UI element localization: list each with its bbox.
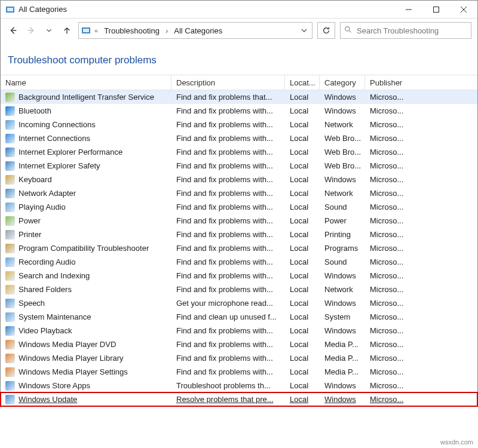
refresh-button[interactable] xyxy=(317,22,335,39)
column-header-description[interactable]: Description xyxy=(171,75,285,90)
close-button[interactable] xyxy=(450,1,477,19)
list-item[interactable]: Search and IndexingFind and fix problems… xyxy=(1,269,477,283)
list-item[interactable]: Shared FoldersFind and fix problems with… xyxy=(1,283,477,296)
item-icon xyxy=(5,189,15,198)
item-name-cell: System Maintenance xyxy=(1,310,171,324)
column-header-name[interactable]: Name xyxy=(1,75,171,90)
item-category: Sound xyxy=(320,200,365,214)
up-button[interactable] xyxy=(60,24,73,37)
item-name: Bluetooth xyxy=(19,106,51,115)
item-description: Find and fix problems with... xyxy=(171,283,285,296)
list-item[interactable]: PrinterFind and fix problems with...Loca… xyxy=(1,228,477,241)
item-description: Find and fix problems with... xyxy=(171,324,285,337)
item-name-cell: Shared Folders xyxy=(1,283,171,296)
item-location: Local xyxy=(285,392,320,406)
item-category: System xyxy=(320,310,365,324)
breadcrumb-current[interactable]: All Categories xyxy=(171,25,225,36)
address-bar[interactable]: « Troubleshooting › All Categories xyxy=(78,22,312,39)
search-input[interactable] xyxy=(356,26,467,36)
item-publisher: Microso... xyxy=(365,228,410,241)
item-category: Programs xyxy=(320,241,365,255)
maximize-button[interactable] xyxy=(422,1,450,19)
item-category: Web Bro... xyxy=(320,131,365,145)
item-category: Network xyxy=(320,118,365,131)
list-item[interactable]: SpeechGet your microphone read...LocalWi… xyxy=(1,296,477,310)
item-location: Local xyxy=(285,296,320,310)
item-description: Find and fix problems with... xyxy=(171,104,285,118)
column-header-publisher[interactable]: Publisher xyxy=(365,75,410,90)
search-box[interactable] xyxy=(340,22,471,39)
item-publisher: Microso... xyxy=(365,145,410,159)
item-description: Find and fix problems with... xyxy=(171,255,285,269)
column-header-category[interactable]: Category xyxy=(320,75,365,90)
back-button[interactable] xyxy=(7,24,20,37)
item-name-cell: Video Playback xyxy=(1,324,171,337)
item-location: Local xyxy=(285,159,320,173)
item-name: Speech xyxy=(19,299,45,308)
app-icon xyxy=(5,5,15,14)
forward-button[interactable] xyxy=(24,24,38,37)
item-publisher: Microso... xyxy=(365,351,410,365)
item-name: Internet Explorer Safety xyxy=(19,161,100,170)
list-item[interactable]: Network AdapterFind and fix problems wit… xyxy=(1,186,477,200)
list-item[interactable]: Background Intelligent Transfer ServiceF… xyxy=(1,90,477,104)
list-item[interactable]: Windows Store AppsTroubleshoot problems … xyxy=(1,379,477,392)
minimize-button[interactable] xyxy=(395,1,422,19)
list-item[interactable]: KeyboardFind and fix problems with...Loc… xyxy=(1,173,477,186)
item-category: Windows xyxy=(320,104,365,118)
item-icon xyxy=(5,106,15,116)
list-item[interactable]: Windows UpdateResolve problems that pre.… xyxy=(1,392,477,406)
item-icon xyxy=(5,216,15,226)
item-name-cell: Network Adapter xyxy=(1,186,171,200)
breadcrumb-overflow-icon[interactable]: « xyxy=(94,27,98,34)
item-category: Windows xyxy=(320,90,365,104)
column-header-location[interactable]: Locat... xyxy=(285,75,320,90)
item-icon xyxy=(5,134,15,143)
list-item[interactable]: Windows Media Player DVDFind and fix pro… xyxy=(1,337,477,351)
chevron-right-icon[interactable]: › xyxy=(166,26,168,35)
page-title: Troubleshoot computer problems xyxy=(1,42,477,75)
list-item[interactable]: Program Compatibility TroubleshooterFind… xyxy=(1,241,477,255)
item-icon xyxy=(5,161,15,171)
item-publisher: Microso... xyxy=(365,310,410,324)
list-item[interactable]: Video PlaybackFind and fix problems with… xyxy=(1,324,477,337)
item-publisher: Microso... xyxy=(365,90,410,104)
item-location: Local xyxy=(285,324,320,337)
breadcrumb-parent[interactable]: Troubleshooting xyxy=(102,25,162,36)
list-item[interactable]: Windows Media Player LibraryFind and fix… xyxy=(1,351,477,365)
item-publisher: Microso... xyxy=(365,186,410,200)
item-name: System Maintenance xyxy=(19,312,91,321)
list-item[interactable]: Incoming ConnectionsFind and fix problem… xyxy=(1,118,477,131)
item-icon xyxy=(5,257,15,267)
column-headers: Name Description Locat... Category Publi… xyxy=(1,75,477,90)
list-item[interactable]: PowerFind and fix problems with...LocalP… xyxy=(1,214,477,228)
list-item[interactable]: Internet Explorer SafetyFind and fix pro… xyxy=(1,159,477,173)
item-category: Network xyxy=(320,186,365,200)
item-name-cell: Playing Audio xyxy=(1,200,171,214)
list-item[interactable]: Internet Explorer PerformanceFind and fi… xyxy=(1,145,477,159)
item-name: Program Compatibility Troubleshooter xyxy=(19,244,149,253)
item-location: Local xyxy=(285,241,320,255)
item-icon xyxy=(5,367,15,377)
item-description: Find and fix problems with... xyxy=(171,118,285,131)
address-dropdown-icon[interactable] xyxy=(299,26,310,35)
svg-rect-9 xyxy=(83,29,89,32)
item-name-cell: Program Compatibility Troubleshooter xyxy=(1,241,171,255)
item-description: Find and fix problems that... xyxy=(171,90,285,104)
item-publisher: Microso... xyxy=(365,269,410,283)
item-description: Find and fix problems with... xyxy=(171,159,285,173)
list-item[interactable]: Playing AudioFind and fix problems with.… xyxy=(1,200,477,214)
item-icon xyxy=(5,340,15,349)
item-category: Power xyxy=(320,214,365,228)
list-item[interactable]: Recording AudioFind and fix problems wit… xyxy=(1,255,477,269)
item-location: Local xyxy=(285,269,320,283)
list-item[interactable]: BluetoothFind and fix problems with...Lo… xyxy=(1,104,477,118)
list-item[interactable]: System MaintenanceFind and clean up unus… xyxy=(1,310,477,324)
list-item[interactable]: Windows Media Player SettingsFind and fi… xyxy=(1,365,477,379)
item-publisher: Microso... xyxy=(365,131,410,145)
list-item[interactable]: Internet ConnectionsFind and fix problem… xyxy=(1,131,477,145)
item-name: Windows Media Player DVD xyxy=(19,340,116,349)
item-location: Local xyxy=(285,118,320,131)
recent-button[interactable] xyxy=(42,24,56,37)
item-publisher: Microso... xyxy=(365,118,410,131)
